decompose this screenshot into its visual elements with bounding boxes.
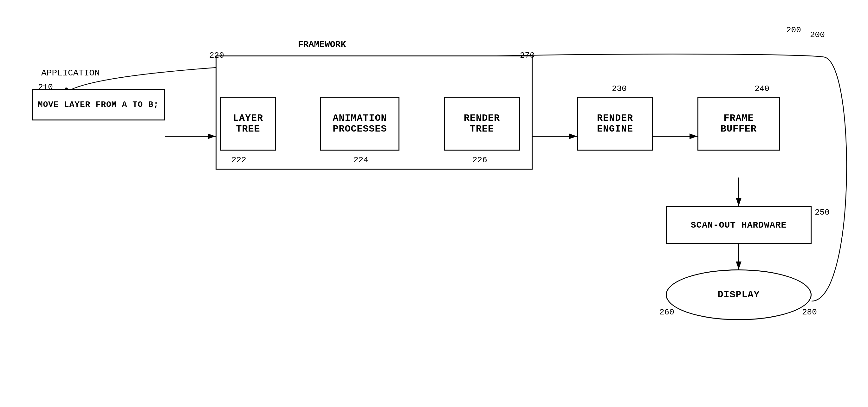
layer-tree-box: LAYER TREE <box>220 97 276 151</box>
application-label: APPLICATION <box>41 68 100 78</box>
ref-200-display: 200 <box>810 30 825 40</box>
diagram: 200 APPLICATION 210 MOVE LAYER FROM A TO… <box>0 0 868 407</box>
ref-270: 270 <box>520 51 535 60</box>
scan-out-box: SCAN-OUT HARDWARE <box>666 206 812 244</box>
display-ellipse: DISPLAY <box>666 270 812 320</box>
application-box: MOVE LAYER FROM A TO B; <box>32 89 165 121</box>
animation-processes-box: ANIMATION PROCESSES <box>320 97 399 151</box>
ref-224: 224 <box>353 155 368 165</box>
ref-222: 222 <box>231 155 246 165</box>
ref-230: 230 <box>612 84 627 94</box>
render-tree-box: RENDER TREE <box>444 97 520 151</box>
ref-250: 250 <box>815 208 830 217</box>
ref-226: 226 <box>472 155 487 165</box>
framework-label: FRAMEWORK <box>298 40 346 50</box>
ref-260: 260 <box>659 308 674 317</box>
frame-buffer-box: FRAME BUFFER <box>698 97 780 151</box>
ref-220: 220 <box>209 51 224 60</box>
ref-200: 200 <box>786 25 801 35</box>
ref-240: 240 <box>754 84 769 94</box>
ref-280: 280 <box>802 308 817 317</box>
render-engine-box: RENDER ENGINE <box>577 97 653 151</box>
